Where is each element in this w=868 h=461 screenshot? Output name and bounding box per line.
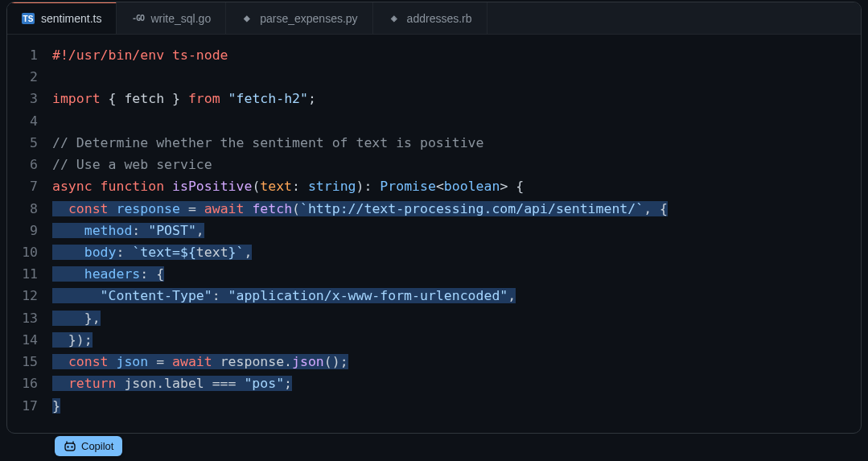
copilot-badge[interactable]: Copilot [55, 436, 122, 456]
code-line: 9 method: "POST", [7, 220, 861, 241]
line-number: 4 [7, 110, 52, 132]
code-line: 15 const json = await response.json(); [7, 351, 861, 373]
line-number: 6 [7, 154, 52, 175]
line-number: 15 [7, 351, 52, 373]
code-line: 10 body: `text=${text}`, [7, 241, 861, 263]
code-line: 2 [7, 66, 861, 88]
copilot-icon [64, 441, 76, 452]
code-line: 14 }); [7, 329, 861, 351]
line-number: 1 [7, 44, 52, 66]
line-number: 7 [7, 175, 52, 197]
line-number: 8 [7, 198, 52, 220]
editor-window: TS sentiment.ts -GO write_sql.go ◆ parse… [6, 2, 862, 434]
tab-label: addresses.rb [407, 12, 472, 25]
line-number: 16 [7, 373, 52, 394]
line-number: 5 [7, 132, 52, 154]
code-line: 7 async function isPositive(text: string… [7, 175, 861, 197]
line-number: 10 [7, 241, 52, 263]
code-line: 16 return json.label === "pos"; [7, 373, 861, 394]
code-line: 11 headers: { [7, 263, 861, 285]
line-number: 17 [7, 395, 52, 417]
line-number: 3 [7, 88, 52, 109]
code-editor[interactable]: 1 #!/usr/bin/env ts-node 2 3 import { fe… [7, 35, 861, 433]
shebang: #!/usr/bin/env ts-node [52, 47, 228, 63]
code-line: 1 #!/usr/bin/env ts-node [7, 44, 861, 66]
tab-write-sql-go[interactable]: -GO write_sql.go [117, 2, 226, 34]
tab-parse-expenses-py[interactable]: ◆ parse_expenses.py [226, 2, 372, 34]
code-line: 4 [7, 110, 861, 132]
comment: // Determine whether the sentiment of te… [52, 135, 483, 150]
tab-sentiment-ts[interactable]: TS sentiment.ts [7, 2, 117, 34]
comment: // Use a web service [52, 157, 212, 172]
svg-point-1 [67, 446, 68, 447]
tab-label: parse_expenses.py [260, 12, 357, 25]
code-line: 6 // Use a web service [7, 154, 861, 175]
code-line: 5 // Determine whether the sentiment of … [7, 132, 861, 154]
line-number: 9 [7, 220, 52, 241]
go-file-icon: -GO [131, 13, 144, 24]
line-number: 12 [7, 285, 52, 307]
code-line: 13 }, [7, 307, 861, 329]
code-line: 8 const response = await fetch(`http://t… [7, 198, 861, 220]
tab-addresses-rb[interactable]: ◈ addresses.rb [373, 2, 487, 34]
tab-label: sentiment.ts [41, 12, 101, 25]
tab-bar: TS sentiment.ts -GO write_sql.go ◆ parse… [7, 2, 861, 35]
code-line: 3 import { fetch } from "fetch-h2"; [7, 88, 861, 109]
line-number: 11 [7, 263, 52, 285]
rb-file-icon: ◈ [388, 13, 401, 24]
code-line: 17 } [7, 395, 861, 417]
tab-label: write_sql.go [150, 12, 211, 25]
ts-file-icon: TS [22, 13, 35, 24]
py-file-icon: ◆ [241, 13, 253, 24]
line-number: 13 [7, 307, 52, 329]
svg-point-2 [71, 446, 72, 447]
line-number: 14 [7, 329, 52, 351]
svg-rect-0 [65, 443, 75, 451]
code-line: 12 "Content-Type": "application/x-www-fo… [7, 285, 861, 307]
line-number: 2 [7, 66, 52, 88]
copilot-label: Copilot [81, 440, 113, 452]
